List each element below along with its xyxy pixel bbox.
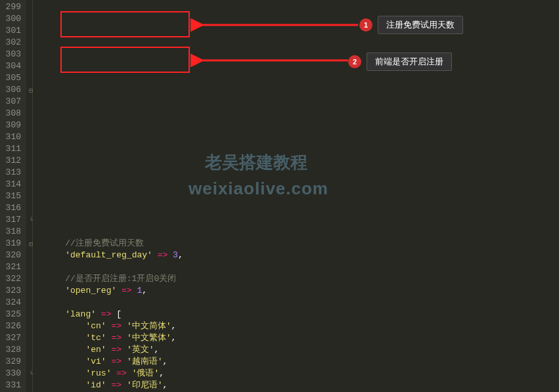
highlight-box-2	[60, 47, 190, 73]
annotation-label-2: 前端是否开启注册	[367, 53, 452, 71]
line-number: 325	[4, 309, 21, 320]
code-line[interactable]: 'id' => '印尼语',	[45, 380, 559, 391]
arrow-2	[190, 54, 351, 67]
code-line[interactable]: 'rus' => '俄语',	[45, 368, 559, 380]
code-line[interactable]: 'tc' => '中文繁体',	[45, 332, 559, 344]
line-number: 304	[4, 60, 21, 72]
annotation-badge-1: 1	[359, 18, 372, 32]
line-number: 328	[4, 344, 21, 356]
code-line[interactable]	[45, 297, 559, 309]
annotation-1: 1 注册免费试用天数	[359, 16, 463, 34]
line-number: 308	[4, 108, 21, 120]
line-number: 322	[4, 273, 21, 285]
line-number: 305	[4, 72, 21, 84]
line-number: 314	[4, 179, 21, 190]
watermark-line1: 老吴搭建教程	[205, 156, 307, 168]
code-line[interactable]: 'cn' => '中文简体',	[45, 320, 559, 332]
code-line[interactable]: 'open_reg' => 1,	[45, 285, 559, 297]
line-number: 303	[4, 49, 21, 60]
line-number: 299	[4, 1, 21, 13]
line-number: 316	[4, 202, 21, 214]
code-area[interactable]: 1 注册免费试用天数 2 前端是否开启注册 老吴搭建教程 weixiaolive…	[41, 0, 559, 392]
line-number: 310	[4, 131, 21, 143]
line-number: 330	[4, 368, 21, 380]
line-number: 301	[4, 25, 21, 37]
line-number: 324	[4, 297, 21, 309]
fold-close-icon[interactable]: └	[29, 215, 33, 227]
fold-close-icon[interactable]: └	[29, 369, 33, 381]
line-number: 323	[4, 285, 21, 297]
line-number: 302	[4, 37, 21, 49]
line-number: 313	[4, 167, 21, 179]
code-line[interactable]	[45, 226, 559, 238]
line-number: 326	[4, 320, 21, 332]
code-line[interactable]: 'en' => '英文',	[45, 344, 559, 356]
fold-open-icon[interactable]: ⊟	[29, 85, 33, 97]
code-line[interactable]: 'default_reg_day' => 3,	[45, 250, 559, 261]
code-line[interactable]: 'lang' => [	[45, 309, 559, 320]
line-number: 315	[4, 190, 21, 202]
line-number: 307	[4, 96, 21, 108]
line-number: 309	[4, 120, 21, 131]
line-number: 321	[4, 261, 21, 273]
line-number: 317	[4, 214, 21, 226]
code-line[interactable]: //是否开启注册:1开启0关闭	[45, 273, 559, 285]
code-line[interactable]	[45, 261, 559, 273]
fold-column[interactable]: ⊟└⊟└	[26, 0, 41, 392]
annotation-label-1: 注册免费试用天数	[378, 16, 463, 34]
line-number: 306	[4, 84, 21, 96]
line-number: 329	[4, 356, 21, 368]
code-editor[interactable]: 2993003013023033043053063073083093103113…	[0, 0, 559, 392]
code-line[interactable]: //注册免费试用天数	[45, 238, 559, 250]
line-number: 318	[4, 226, 21, 238]
line-number: 331	[4, 380, 21, 391]
annotation-2: 2 前端是否开启注册	[348, 53, 452, 71]
line-number: 311	[4, 143, 21, 155]
line-number: 312	[4, 155, 21, 167]
annotation-badge-2: 2	[348, 55, 361, 68]
line-number-gutter: 2993003013023033043053063073083093103113…	[0, 0, 26, 392]
line-number: 319	[4, 238, 21, 250]
arrow-1	[190, 18, 361, 32]
code-line[interactable]: 'vi' => '越南语',	[45, 356, 559, 368]
line-number: 300	[4, 13, 21, 25]
watermark-line2: weixiaolive.com	[189, 183, 328, 194]
highlight-box-1	[60, 11, 190, 37]
line-number: 327	[4, 332, 21, 344]
line-number: 320	[4, 250, 21, 261]
fold-open-icon[interactable]: ⊟	[29, 239, 33, 251]
